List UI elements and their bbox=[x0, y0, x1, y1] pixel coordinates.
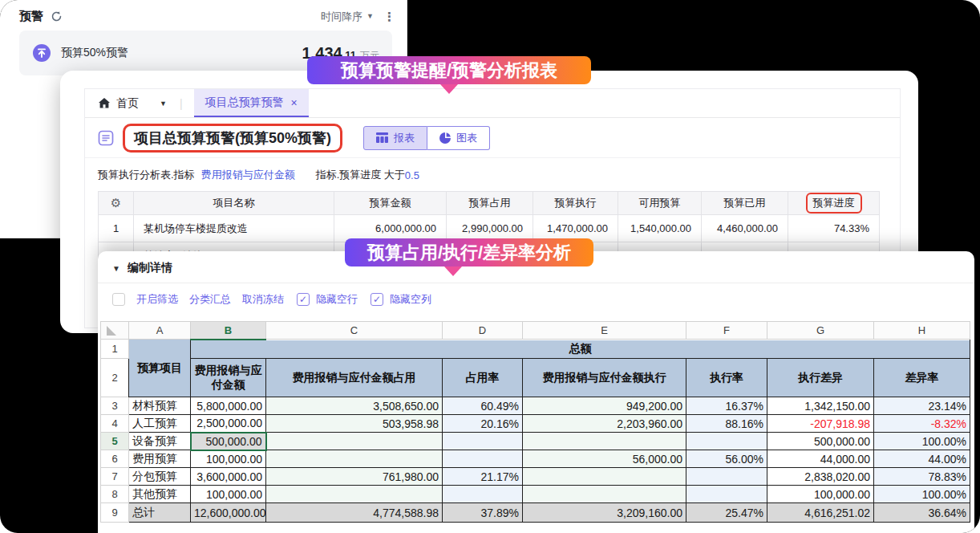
filter-metric-link[interactable]: 费用报销与应付金额 bbox=[201, 168, 295, 182]
col-header-budget-occupied[interactable]: 预算占用 bbox=[447, 192, 533, 215]
sheet-cell[interactable] bbox=[266, 486, 443, 503]
row-number[interactable]: 2 bbox=[101, 359, 129, 397]
header-execute-diff[interactable]: 执行差异 bbox=[767, 359, 874, 397]
budget-item-cell[interactable]: 人工预算 bbox=[129, 415, 191, 433]
sheet-cell[interactable]: 16.37% bbox=[686, 397, 767, 415]
total-label-cell[interactable]: 总计 bbox=[129, 503, 191, 523]
sheet-cell[interactable]: 88.16% bbox=[686, 415, 767, 433]
row-number[interactable]: 8 bbox=[101, 486, 129, 503]
sheet-cell[interactable]: 503,958.98 bbox=[266, 415, 443, 433]
sheet-cell[interactable]: 21.17% bbox=[443, 468, 523, 486]
tab-home[interactable]: 首页 bbox=[98, 89, 139, 117]
row-number[interactable]: 1 bbox=[101, 340, 129, 359]
sheet-cell[interactable]: 20.16% bbox=[443, 415, 523, 433]
tab-budget-warning[interactable]: 项目总预算预警 bbox=[194, 89, 309, 117]
row-number[interactable]: 6 bbox=[101, 450, 129, 468]
tab-dropdown-icon[interactable]: ▼ bbox=[160, 100, 167, 108]
col-header-budget-amount[interactable]: 预算金额 bbox=[334, 192, 447, 215]
column-letter-f[interactable]: F bbox=[686, 322, 767, 340]
row-number[interactable]: 3 bbox=[101, 397, 129, 415]
sheet-cell[interactable]: 23.14% bbox=[874, 397, 970, 415]
refresh-icon[interactable] bbox=[51, 10, 63, 22]
sheet-cell[interactable]: 2,838,020.00 bbox=[767, 468, 874, 486]
sheet-cell[interactable]: 4,774,588.98 bbox=[266, 503, 443, 523]
collapse-triangle-icon[interactable] bbox=[112, 264, 120, 273]
budget-item-cell[interactable]: 设备预算 bbox=[129, 433, 191, 450]
sheet-cell[interactable]: 1,342,150.00 bbox=[767, 397, 874, 415]
header-total-merged[interactable]: 总额 bbox=[191, 340, 970, 359]
header-expense-amount[interactable]: 费用报销与应付金额 bbox=[191, 359, 266, 397]
hide-empty-cols-label[interactable]: 隐藏空列 bbox=[390, 292, 431, 307]
filter-value-link[interactable]: 0.5 bbox=[405, 169, 419, 181]
header-diff-rate[interactable]: 差异率 bbox=[874, 359, 970, 397]
row-number[interactable]: 7 bbox=[101, 468, 129, 486]
row-number[interactable]: 4 bbox=[101, 415, 129, 433]
column-letter-g[interactable]: G bbox=[767, 322, 874, 340]
report-view-button[interactable]: 报表 bbox=[363, 126, 427, 150]
column-letter-d[interactable]: D bbox=[443, 322, 523, 340]
subtotal-link[interactable]: 分类汇总 bbox=[189, 292, 231, 307]
column-letter-a[interactable]: A bbox=[129, 322, 191, 340]
sheet-cell[interactable]: 36.64% bbox=[874, 503, 970, 523]
sheet-cell[interactable]: 3,209,160.00 bbox=[523, 503, 686, 523]
sheet-cell[interactable] bbox=[266, 450, 443, 468]
column-letter-e[interactable]: E bbox=[523, 322, 686, 340]
col-header-budget-progress[interactable]: 预算进度 bbox=[788, 192, 880, 215]
sheet-cell[interactable]: 37.89% bbox=[443, 503, 523, 523]
sheet-cell[interactable]: 12,600,000.00 bbox=[191, 503, 266, 523]
sheet-cell[interactable] bbox=[686, 468, 767, 486]
unfreeze-link[interactable]: 取消冻结 bbox=[242, 292, 284, 307]
row-number[interactable]: 9 bbox=[101, 503, 129, 523]
sheet-cell[interactable]: 3,508,650.00 bbox=[266, 397, 443, 415]
header-occupy-rate[interactable]: 占用率 bbox=[443, 359, 523, 397]
sheet-cell[interactable]: 78.83% bbox=[874, 468, 970, 486]
col-header-budget-available[interactable]: 可用预算 bbox=[618, 192, 702, 215]
budget-item-cell[interactable]: 分包预算 bbox=[129, 468, 191, 486]
sheet-cell[interactable] bbox=[523, 486, 686, 503]
enable-filter-link[interactable]: 开启筛选 bbox=[136, 292, 178, 307]
sheet-cell[interactable]: 56.00% bbox=[686, 450, 767, 468]
sheet-cell[interactable]: 25.47% bbox=[686, 503, 767, 523]
budget-item-cell[interactable]: 其他预算 bbox=[129, 486, 191, 503]
selected-cell[interactable]: 500,000.00 bbox=[191, 433, 266, 450]
header-expense-occupied[interactable]: 费用报销与应付金额占用 bbox=[266, 359, 443, 397]
col-header-budget-used[interactable]: 预算已用 bbox=[702, 192, 788, 215]
hide-empty-rows-label[interactable]: 隐藏空行 bbox=[316, 292, 358, 307]
sheet-cell[interactable] bbox=[686, 433, 767, 450]
sheet-cell[interactable]: 100.00% bbox=[874, 433, 970, 450]
more-options-icon[interactable]: ⋮ bbox=[383, 10, 395, 24]
column-letter-h[interactable]: H bbox=[874, 322, 970, 340]
sheet-cell[interactable] bbox=[266, 433, 443, 450]
header-expense-executed[interactable]: 费用报销与应付金额执行 bbox=[523, 359, 686, 397]
sheet-cell[interactable]: 100,000.00 bbox=[767, 486, 874, 503]
sheet-cell-negative[interactable]: -207,918.98 bbox=[767, 415, 874, 433]
sheet-cell[interactable]: 949,200.00 bbox=[523, 397, 686, 415]
sheet-cell[interactable] bbox=[523, 433, 686, 450]
filter-checkbox[interactable] bbox=[112, 293, 125, 306]
sort-order-dropdown[interactable]: 时间降序 bbox=[321, 10, 362, 24]
sheet-cell[interactable]: 56,000.00 bbox=[523, 450, 686, 468]
sheet-cell[interactable] bbox=[443, 450, 523, 468]
sheet-cell[interactable]: 2,203,960.00 bbox=[523, 415, 686, 433]
gear-icon[interactable]: ⚙ bbox=[111, 196, 121, 210]
sheet-cell[interactable]: 100,000.00 bbox=[191, 450, 266, 468]
sheet-cell[interactable]: 60.49% bbox=[443, 397, 523, 415]
sheet-cell[interactable]: 5,800,000.00 bbox=[191, 397, 266, 415]
header-execute-rate[interactable]: 执行率 bbox=[686, 359, 767, 397]
close-icon[interactable] bbox=[291, 96, 298, 109]
sheet-cell-negative[interactable]: -8.32% bbox=[874, 415, 970, 433]
chart-view-button[interactable]: 图表 bbox=[427, 126, 490, 150]
sheet-cell[interactable]: 44.00% bbox=[874, 450, 970, 468]
row-number-selected[interactable]: 5 bbox=[101, 433, 129, 450]
sheet-cell[interactable] bbox=[523, 468, 686, 486]
sheet-cell[interactable]: 3,600,000.00 bbox=[191, 468, 266, 486]
sheet-cell[interactable] bbox=[686, 486, 767, 503]
sheet-cell[interactable]: 100.00% bbox=[874, 486, 970, 503]
sheet-cell[interactable] bbox=[443, 486, 523, 503]
budget-item-cell[interactable]: 材料预算 bbox=[129, 397, 191, 415]
hide-empty-rows-checkbox[interactable] bbox=[297, 293, 310, 306]
col-header-budget-executed[interactable]: 预算执行 bbox=[533, 192, 618, 215]
select-all-corner[interactable] bbox=[101, 322, 129, 340]
col-header-project-name[interactable]: 项目名称 bbox=[134, 192, 334, 215]
sheet-cell[interactable]: 500,000.00 bbox=[767, 433, 874, 450]
